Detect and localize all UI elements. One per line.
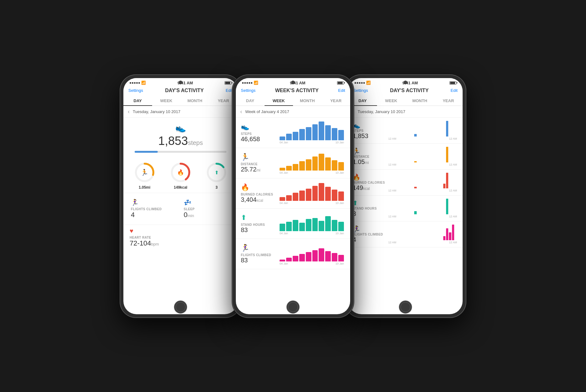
metric-label-flights-1: FLIGHTS CLIMBED (131, 207, 177, 211)
bar (280, 136, 285, 140)
day-metric-distance-3: 🏃 DISTANCE 1.05mi (348, 144, 463, 170)
page-title-3: DAY'S ACTIVITY (390, 88, 429, 93)
week-metric-calories-2: 🔥 BURNED CALORIES 3,404kcal (236, 178, 350, 209)
flights-value-2: 83 (241, 257, 278, 264)
bar (325, 125, 331, 140)
tab-month-2[interactable]: MONTH (293, 96, 322, 106)
heart-label-1: HEART RATE (130, 236, 231, 239)
ring-icon-calories-1: 🔥 (177, 169, 184, 176)
time-label-start: 12 AM (388, 189, 396, 192)
day-metric-calories-3: 🔥 BURNED CALORIES 149kcal (348, 170, 463, 196)
ring-calories-1: 🔥 149kcal (170, 161, 191, 190)
bar (299, 161, 305, 171)
tabs-3: DAY WEEK MONTH YEAR (348, 96, 463, 106)
time-label-end: 12 AM (449, 163, 457, 166)
distance-value-3: 1.05mi (353, 158, 387, 166)
steps-label-2: STEPS (241, 132, 278, 136)
calories-bars-2 (278, 182, 345, 201)
tab-month-1[interactable]: MONTH (181, 96, 209, 106)
settings-button-3[interactable]: Settings (353, 88, 368, 93)
tab-month-3[interactable]: MONTH (405, 96, 434, 106)
distance-label-3: DISTANCE (353, 155, 387, 158)
chart-label-end: 10 Jan (335, 201, 344, 205)
metric-label-sleep-1: SLEEP (184, 207, 230, 211)
signal-dot (251, 82, 252, 84)
tab-year-2[interactable]: YEAR (322, 96, 350, 106)
back-button-2[interactable]: ‹ (240, 108, 242, 115)
settings-button-2[interactable]: Settings (241, 88, 256, 93)
stand-icon-2: ⬆ (241, 214, 278, 222)
tab-day-1[interactable]: DAY (123, 96, 152, 106)
week-metric-left-flights-2: 🏃‍♀️ FLIGHTS CLIMBED 83 (241, 244, 278, 264)
metric-icon-flights-1: 🏃‍♀️ (131, 199, 177, 206)
calories-label-3: BURNED CALORIES (353, 181, 387, 184)
edit-button-2[interactable]: Edit (338, 88, 345, 93)
time-label-end: 12 AM (449, 137, 457, 140)
bar (299, 254, 305, 261)
ring-circle-stand-1: ⬆ (206, 161, 227, 183)
signal-dot (138, 82, 140, 84)
steps-bars-2 (278, 122, 345, 140)
nav-bar-2: Settings WEEK'S ACTIVITY Edit (236, 87, 350, 96)
steps-progress-1 (135, 151, 226, 153)
ring-label-distance-1: 1.05mi (139, 185, 150, 190)
steps-icon-2: 👟 (241, 123, 278, 131)
steps-value-3: 1,853 (353, 132, 387, 140)
ring-label-stand-1: 3 (216, 185, 218, 190)
bar (280, 224, 285, 231)
phone-2-screen: 📶 9:41 AM Settings WEEK'S ACTIVITY Edit (236, 78, 350, 314)
steps-chart-2: 04 Jan 10 Jan (278, 122, 345, 144)
wifi-icon-2: 📶 (254, 81, 258, 85)
edit-button-3[interactable]: Edit (451, 88, 458, 93)
metric-value-sleep-1: 0min (184, 211, 230, 219)
calories-icon-2: 🔥 (241, 183, 278, 191)
page-title-2: WEEK'S ACTIVITY (275, 88, 319, 93)
steps-icon-1: 👟 (175, 123, 186, 133)
bar (452, 225, 454, 240)
date-nav-3: ‹ Tuesday, January 10 2017 (348, 106, 463, 118)
flights-bars-3 (387, 225, 458, 240)
battery-icon-2 (337, 81, 344, 85)
back-button-1[interactable]: ‹ (128, 108, 130, 115)
tab-year-3[interactable]: YEAR (434, 96, 463, 106)
stand-chart-3: 12 AM 12 AM (387, 199, 458, 218)
time-label-end: 12 AM (449, 215, 457, 218)
settings-button-1[interactable]: Settings (128, 88, 143, 93)
flights-label-2: FLIGHTS CLIMBED (241, 253, 278, 257)
signal-dot (244, 82, 246, 84)
week-metric-steps-2: 👟 STEPS 46,658 (236, 118, 350, 148)
distance-chart-labels-2: 04 Jan 10 Jan (278, 171, 345, 174)
week-metric-left-steps-2: 👟 STEPS 46,658 (241, 123, 278, 143)
bar (446, 228, 448, 240)
phone-1-screen: 📶 9:41 AM Settings DAY'S ACTIVITY Edit (123, 78, 238, 314)
edit-button-1[interactable]: Edit (226, 88, 233, 93)
bar (325, 157, 331, 171)
bar (286, 258, 292, 261)
stand-icon-3: ⬆ (353, 199, 387, 207)
signal-dot (359, 82, 360, 84)
home-button-1[interactable] (174, 300, 187, 314)
week-metric-flights-2: 🏃‍♀️ FLIGHTS CLIMBED 83 (236, 239, 350, 269)
tab-week-1[interactable]: WEEK (152, 96, 181, 106)
bar (319, 221, 324, 231)
steps-count-1: 1,853 (158, 134, 188, 147)
page-title-1: DAY'S ACTIVITY (165, 88, 204, 93)
tab-day-2[interactable]: DAY (236, 96, 265, 106)
status-bar-2: 📶 9:41 AM (236, 78, 350, 87)
steps-section-1: 👟 1,853steps (123, 118, 238, 158)
bar (286, 195, 292, 201)
steps-time-labels-3: 12 AM 12 AM (387, 136, 458, 140)
nav-bar-1: Settings DAY'S ACTIVITY Edit (123, 87, 238, 96)
home-button-3[interactable] (399, 300, 412, 314)
status-left-3: 📶 (355, 81, 371, 85)
tab-week-2[interactable]: WEEK (265, 96, 293, 106)
tab-week-3[interactable]: WEEK (377, 96, 406, 106)
screen-content-1[interactable]: 👟 1,853steps (123, 118, 238, 314)
screen-content-3[interactable]: 👟 STEPS 1,853 (348, 118, 463, 314)
date-nav-1: ‹ Tuesday, January 10 2017 (123, 106, 238, 118)
bar (286, 166, 292, 171)
screen-content-2[interactable]: 👟 STEPS 46,658 (236, 118, 350, 314)
battery-fill-1 (225, 82, 230, 84)
home-button-2[interactable] (286, 300, 300, 314)
stand-chart-2: 04 Jan 10 Jan (278, 212, 345, 235)
